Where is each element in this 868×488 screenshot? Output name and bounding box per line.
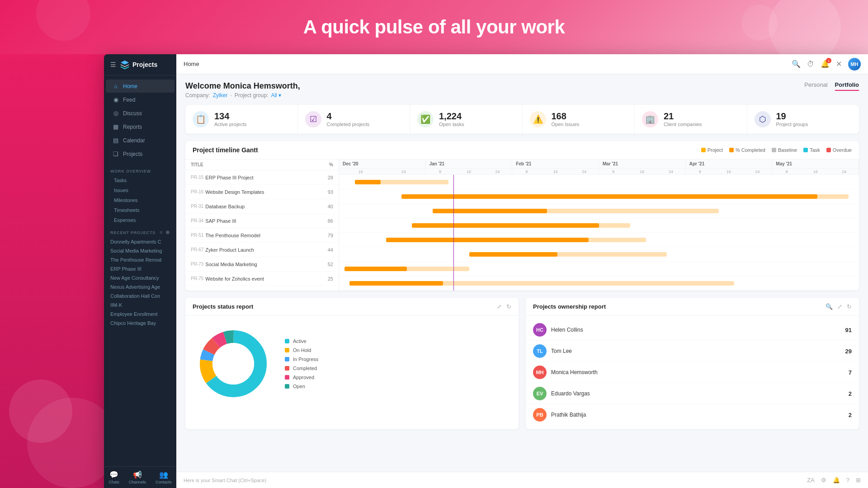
bottom-nav-channels[interactable]: 📢 Channels (129, 470, 146, 484)
bar-row-pr51 (339, 233, 859, 247)
home-icon: ⌂ (112, 83, 119, 89)
stat-active-number: 134 (214, 112, 247, 121)
sidebar-item-expenses[interactable]: Expenses (104, 215, 176, 225)
owner-row-eduardo[interactable]: EV Eduardo Vargas 2 (526, 383, 859, 404)
recent-project-1[interactable]: Donnelly Apartments C (104, 237, 176, 246)
recent-project-10[interactable]: Chipco Heritage Bay (104, 319, 176, 328)
list-view-icon[interactable]: ≡ (160, 230, 163, 235)
gantt-col-header: TITLE % (185, 160, 339, 170)
status-report-section: Projects status report ⤢ ↻ (185, 298, 519, 429)
timer-icon[interactable]: ⏱ (807, 60, 814, 68)
owner-row-tom[interactable]: TL Tom Lee 29 (526, 341, 859, 362)
content-area: Welcome Monica Hemsworth, Company: Zylke… (176, 74, 868, 472)
chat-lang-icon[interactable]: ZA (807, 477, 815, 483)
gantt-row-pr16[interactable]: PR-16 Website Design Templates 93 (185, 185, 339, 199)
legend-open-label: Open (293, 384, 305, 389)
expand-report-icon[interactable]: ⤢ (837, 303, 842, 310)
bar-fill-pr31 (433, 209, 547, 213)
recent-project-4[interactable]: ERP Phase III (104, 264, 176, 273)
gantt-row-pr34[interactable]: PR-34 SAP Phase III 86 (185, 214, 339, 228)
stat-completed-projects[interactable]: ☑ 4 Completed projects (298, 105, 410, 134)
refresh-icon[interactable]: ↻ (506, 303, 511, 310)
sidebar-item-projects[interactable]: ❑ Projects (106, 147, 175, 160)
user-avatar[interactable]: MH (848, 58, 861, 70)
chat-bell-icon[interactable]: 🔔 (833, 477, 840, 483)
gantt-row-pr15[interactable]: PR-15 ERP Phase III Project 28 (185, 170, 339, 185)
completed-projects-icon: ☑ (305, 111, 321, 127)
stat-completed-info: 4 Completed projects (327, 112, 370, 127)
logo-icon (120, 60, 130, 70)
recent-project-5[interactable]: New Age Consultancy (104, 273, 176, 282)
chat-settings-icon[interactable]: ⚙ (821, 477, 826, 483)
legend-completed: % Completed (729, 147, 765, 153)
feed-icon: ◉ (112, 96, 119, 103)
chat-grid-icon[interactable]: ⊞ (856, 477, 861, 483)
channels-icon: 📢 (133, 470, 142, 479)
search-report-icon[interactable]: 🔍 (826, 303, 833, 310)
gantt-row-pr75[interactable]: PR-75 Website for Zoholics event 25 (185, 272, 339, 286)
owner-name-eduardo: Eduardo Vargas (551, 390, 849, 397)
view-tabs: Personal Portfolio (804, 81, 859, 91)
gantt-row-pr51[interactable]: PR-51 The Penthouse Remodel 79 (185, 228, 339, 243)
bottom-nav-chats[interactable]: 💬 Chats (108, 470, 119, 484)
stat-tasks-label: Open tasks (439, 122, 464, 127)
sidebar-item-discuss-label: Discuss (123, 110, 142, 117)
legend-active-sq (285, 339, 289, 343)
sidebar-item-home[interactable]: ⌂ Home (106, 80, 175, 93)
owner-row-helen[interactable]: HC Helen Collins 91 (526, 319, 859, 341)
open-tasks-icon: ✅ (417, 111, 434, 127)
row-pct-pr31: 40 (320, 204, 333, 209)
search-icon[interactable]: 🔍 (792, 60, 801, 68)
welcome-block: Welcome Monica Hemsworth, Company: Zylke… (185, 81, 300, 99)
chat-help-icon[interactable]: ? (846, 477, 849, 483)
recent-project-6[interactable]: Nexus Advertising Age (104, 282, 176, 291)
gantt-row-pr73[interactable]: PR-73 Social Media Marketing 52 (185, 257, 339, 272)
row-id-pr73: PR-73 (191, 262, 203, 267)
row-name-pr34: SAP Phase III (205, 218, 320, 224)
owner-avatar-eduardo: EV (533, 387, 547, 400)
refresh-report-icon[interactable]: ↻ (847, 303, 852, 310)
sidebar-item-feed[interactable]: ◉ Feed (106, 93, 175, 106)
row-pct-pr16: 93 (320, 189, 333, 195)
stat-client-companies[interactable]: 🏢 21 Client companies (635, 105, 747, 134)
owner-row-prathik[interactable]: PB Prathik Bathija 2 (526, 404, 859, 426)
breadcrumb: Home (184, 61, 199, 67)
company-name[interactable]: Zylker (213, 92, 228, 99)
search-small-icon[interactable]: ⊕ (165, 230, 170, 235)
sidebar-item-issues[interactable]: Issues (104, 185, 176, 195)
sidebar-item-reports[interactable]: ▦ Reports (106, 120, 175, 133)
expand-icon[interactable]: ⤢ (497, 303, 502, 310)
sidebar-item-timesheets[interactable]: Timesheets (104, 205, 176, 215)
stat-clients-info: 21 Client companies (664, 112, 702, 127)
recent-project-3[interactable]: The Penthouse Remod (104, 255, 176, 264)
recent-project-2[interactable]: Social Media Marketing (104, 246, 176, 255)
stat-open-tasks[interactable]: ✅ 1,224 Open tasks (410, 105, 523, 134)
gantt-row-pr67[interactable]: PR-67 Zyker Product Launch 44 (185, 243, 339, 257)
recent-project-7[interactable]: Collaboration Hall Con (104, 291, 176, 300)
stat-project-groups[interactable]: ⬡ 19 Project groups (747, 105, 859, 134)
sidebar-item-tasks[interactable]: Tasks (104, 175, 176, 185)
sidebar-item-calendar[interactable]: ▤ Calendar (106, 134, 175, 147)
sidebar-item-discuss[interactable]: ◎ Discuss (106, 107, 175, 120)
sidebar-item-milestones[interactable]: Milestones (104, 195, 176, 205)
owner-name-monica: Monica Hemsworth (551, 369, 849, 375)
tab-personal[interactable]: Personal (804, 81, 827, 91)
recent-project-8[interactable]: IIM-K (104, 300, 176, 310)
row-id-pr31: PR-31 (191, 204, 203, 209)
legend-onhold-sq (285, 348, 289, 352)
notifications-icon[interactable]: 🔔 1 (821, 60, 830, 68)
owner-row-monica[interactable]: MH Monica Hemsworth 7 (526, 362, 859, 383)
close-icon[interactable]: ✕ (836, 60, 842, 68)
bar-row-pr15 (339, 175, 859, 189)
recent-project-9[interactable]: Employee Enrollment (104, 310, 176, 319)
legend-active: Active (285, 338, 318, 344)
project-group-value[interactable]: All ▾ (271, 92, 281, 99)
chat-placeholder[interactable]: Here is your Smart Chat (Ctrl+Space) (184, 478, 807, 483)
stat-open-issues[interactable]: ⚠️ 168 Open Issues (523, 105, 635, 134)
owner-avatar-tom: TL (533, 344, 547, 358)
bottom-nav-contacts[interactable]: 👥 Contacts (156, 470, 172, 484)
gantt-row-pr31[interactable]: PR-31 Database Backup 40 (185, 199, 339, 214)
stat-active-projects[interactable]: 📋 134 Active projects (185, 105, 298, 134)
tab-portfolio[interactable]: Portfolio (835, 81, 859, 91)
hamburger-icon[interactable]: ☰ (110, 61, 116, 68)
